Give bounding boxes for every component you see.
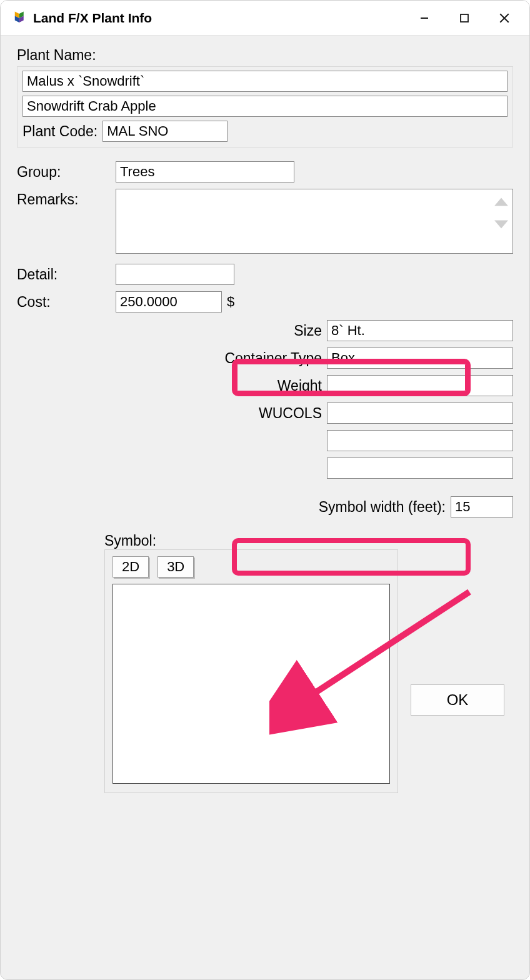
container-type-field[interactable]	[327, 348, 513, 369]
close-button[interactable]	[484, 1, 524, 36]
weight-label: Weight	[17, 375, 327, 396]
detail-label: Detail:	[17, 264, 112, 285]
plant-code-field[interactable]	[102, 121, 228, 142]
group-field[interactable]	[116, 161, 294, 182]
titlebar: Land F/X Plant Info	[1, 1, 529, 36]
container-type-label: Container Type	[17, 348, 327, 369]
symbol-preview-canvas[interactable]	[112, 584, 390, 784]
window-title: Land F/X Plant Info	[33, 11, 152, 26]
plant-info-window: Land F/X Plant Info Plant Name: Plant Co…	[0, 0, 530, 980]
app-icon	[9, 9, 27, 27]
remarks-field[interactable]	[116, 189, 513, 254]
group-label: Group:	[17, 161, 112, 182]
wucols-field[interactable]	[327, 402, 513, 424]
cost-unit-label: $	[227, 294, 234, 310]
wucols-label: WUCOLS	[17, 402, 327, 424]
ok-button[interactable]: OK	[411, 684, 504, 716]
size-field[interactable]	[327, 320, 513, 341]
plant-name-label: Plant Name:	[17, 47, 513, 64]
remarks-label: Remarks:	[17, 189, 112, 258]
svg-marker-9	[494, 220, 508, 228]
plant-common-name-field[interactable]	[22, 96, 508, 117]
plant-latin-name-field[interactable]	[22, 71, 508, 92]
symbol-width-label: Symbol width (feet):	[319, 499, 446, 516]
weight-field[interactable]	[327, 375, 513, 396]
svg-rect-5	[461, 14, 468, 22]
symbol-frame: 2D 3D	[104, 549, 398, 793]
extra-field-2[interactable]	[327, 458, 513, 479]
extra-field-1[interactable]	[327, 430, 513, 451]
maximize-button[interactable]	[444, 1, 484, 36]
detail-field[interactable]	[116, 264, 234, 285]
remarks-scroll-icon	[494, 195, 509, 231]
size-label: Size	[17, 320, 327, 341]
plant-code-label: Plant Code:	[22, 123, 98, 140]
cost-field[interactable]	[116, 291, 222, 312]
symbol-width-field[interactable]	[451, 496, 513, 518]
symbol-tab-3d[interactable]: 3D	[158, 556, 194, 578]
cost-label: Cost:	[17, 291, 112, 312]
minimize-button[interactable]	[404, 1, 444, 36]
symbol-tab-2d[interactable]: 2D	[112, 556, 149, 578]
symbol-label: Symbol:	[104, 532, 513, 549]
svg-marker-8	[494, 198, 508, 206]
